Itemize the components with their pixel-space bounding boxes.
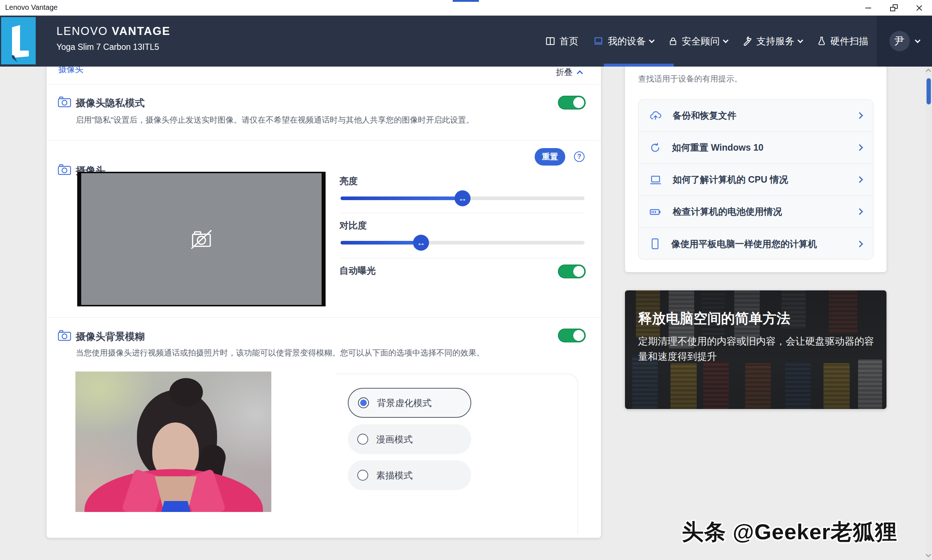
restore-button[interactable] xyxy=(881,0,906,15)
background-blur-toggle[interactable] xyxy=(558,329,586,342)
tip-row-backup[interactable]: 备份和恢复文件 xyxy=(639,100,873,132)
collapse-label: 折叠 xyxy=(556,66,572,78)
tip-label: 如何重置 Windows 10 xyxy=(672,142,846,154)
nav-item-security[interactable]: 安全顾问 xyxy=(668,35,728,48)
page-scrollbar[interactable] xyxy=(926,66,932,560)
slider-fill xyxy=(341,197,463,200)
wrench-icon xyxy=(742,36,753,46)
home-icon xyxy=(545,36,555,46)
user-menu[interactable]: 尹 xyxy=(876,15,932,66)
blur-option-cartoon[interactable]: 漫画模式 xyxy=(348,424,471,454)
chevron-down-icon xyxy=(915,37,920,43)
close-button[interactable] xyxy=(906,0,932,15)
minimize-button[interactable] xyxy=(855,0,881,15)
chevron-down-icon xyxy=(798,37,804,43)
tips-card: 查找适用于设备的有用提示。 备份和恢复文件 如何重置 Windows 10 xyxy=(625,62,886,272)
top-accent-strip xyxy=(453,0,479,2)
watermark-text: 头条 @Geeker老狐狸 xyxy=(682,517,897,547)
reset-button[interactable]: 重置 xyxy=(535,148,565,166)
option-label: 漫画模式 xyxy=(376,433,413,445)
lenovo-vantage-window: Lenovo Vantage LENOVO VANTAGE Yoga Slim … xyxy=(0,0,932,560)
blur-option-bokeh[interactable]: 背景虚化模式 xyxy=(348,388,471,418)
nav-item-home[interactable]: 首页 xyxy=(545,35,579,48)
window-titlebar: Lenovo Vantage xyxy=(0,0,932,15)
privacy-mode-toggle[interactable] xyxy=(558,96,586,109)
contrast-label: 对比度 xyxy=(339,219,367,231)
collapse-control[interactable]: 折叠 xyxy=(556,66,582,78)
nav-label: 我的设备 xyxy=(608,35,646,48)
tip-row-tablet[interactable]: 像使用平板电脑一样使用您的计算机 xyxy=(639,228,873,260)
tablet-icon xyxy=(650,238,660,249)
restore-icon xyxy=(890,5,898,11)
scroll-up-icon[interactable] xyxy=(926,69,931,74)
main-nav: 首页 我的设备 安全顾问 支持服务 xyxy=(545,15,868,66)
blur-option-sketch[interactable]: 素描模式 xyxy=(348,460,471,490)
promo-card[interactable]: 释放电脑空间的简单方法 定期清理不使用的内容或旧内容，会让硬盘驱动器的容量和速度… xyxy=(625,290,886,409)
lock-icon xyxy=(668,36,678,46)
app-header: LENOVO VANTAGE Yoga Slim 7 Carbon 13ITL5… xyxy=(0,15,932,66)
auto-exposure-toggle[interactable] xyxy=(558,265,586,278)
promo-title: 释放电脑空间的简单方法 xyxy=(638,309,790,328)
brightness-slider-handle[interactable]: ↔ xyxy=(455,190,471,206)
tip-label: 如何了解计算机的 CPU 情况 xyxy=(673,174,846,186)
chevron-down-icon xyxy=(649,37,655,43)
contrast-slider-handle[interactable]: ↔ xyxy=(413,235,429,251)
radio-selected-icon xyxy=(358,397,369,408)
brightness-label: 亮度 xyxy=(339,175,358,187)
brand-block: LENOVO VANTAGE Yoga Slim 7 Carbon 13ITL5 xyxy=(56,25,170,52)
option-label: 素描模式 xyxy=(376,469,413,482)
chevron-right-icon xyxy=(856,240,863,247)
chevron-right-icon xyxy=(856,208,863,215)
flask-icon xyxy=(817,36,826,46)
camera-icon xyxy=(57,96,71,108)
chevron-right-icon xyxy=(856,176,863,183)
option-label: 背景虚化模式 xyxy=(377,397,432,409)
tip-row-cpu[interactable]: 如何了解计算机的 CPU 情况 xyxy=(639,164,873,196)
nav-item-support[interactable]: 支持服务 xyxy=(742,35,802,48)
divider xyxy=(341,213,585,213)
slider-fill xyxy=(341,241,421,245)
tip-label: 备份和恢复文件 xyxy=(673,109,846,122)
tip-label: 检查计算机的电池使用情况 xyxy=(673,206,846,218)
divider xyxy=(46,84,601,85)
nav-item-hardware-scan[interactable]: 硬件扫描 xyxy=(817,35,868,48)
device-model: Yoga Slim 7 Carbon 13ITL5 xyxy=(56,42,170,52)
scrollbar-thumb[interactable] xyxy=(927,78,931,105)
portrait-photo xyxy=(76,372,272,512)
brightness-slider[interactable]: ↔ xyxy=(341,197,585,200)
scroll-down-icon[interactable] xyxy=(926,552,931,557)
avatar: 尹 xyxy=(889,31,910,51)
tips-list: 备份和恢复文件 如何重置 Windows 10 如何了解计算机的 CPU 情况 xyxy=(638,99,873,260)
tip-row-reset-windows[interactable]: 如何重置 Windows 10 xyxy=(639,132,873,164)
monitor-icon xyxy=(650,174,662,186)
portrait-bun xyxy=(169,378,203,406)
close-icon xyxy=(916,5,923,11)
tip-row-battery[interactable]: 检查计算机的电池使用情况 xyxy=(639,196,873,228)
refresh-icon xyxy=(650,142,661,154)
auto-exposure-label: 自动曝光 xyxy=(339,265,376,277)
camera-off-icon xyxy=(190,228,213,250)
brand-vantage: VANTAGE xyxy=(112,25,170,37)
radio-icon xyxy=(357,434,368,445)
contrast-slider[interactable]: ↔ xyxy=(341,241,585,245)
nav-label: 硬件扫描 xyxy=(830,35,868,48)
camera-preview xyxy=(77,172,326,306)
camera-icon xyxy=(57,163,71,176)
divider xyxy=(46,140,601,140)
portrait-shirt xyxy=(161,501,190,512)
laptop-icon xyxy=(593,36,604,46)
nav-item-my-devices[interactable]: 我的设备 xyxy=(593,35,654,48)
background-blur-title: 摄像头背景模糊 xyxy=(76,330,145,343)
camera-icon xyxy=(57,329,71,342)
nav-label: 支持服务 xyxy=(756,35,794,48)
active-nav-underline xyxy=(604,64,674,66)
help-icon[interactable]: ? xyxy=(574,151,585,162)
privacy-mode-description: 启用"隐私"设置后，摄像头停止发送实时图像。请仅在不希望在视频通话时与其他人共享… xyxy=(76,115,484,126)
chevron-right-icon xyxy=(856,144,863,151)
battery-icon xyxy=(650,206,662,218)
divider xyxy=(341,258,585,258)
chevron-down-icon xyxy=(723,37,729,43)
nav-label: 安全顾问 xyxy=(682,35,720,48)
minimize-icon xyxy=(866,8,871,8)
privacy-mode-title: 摄像头隐私模式 xyxy=(76,97,145,109)
